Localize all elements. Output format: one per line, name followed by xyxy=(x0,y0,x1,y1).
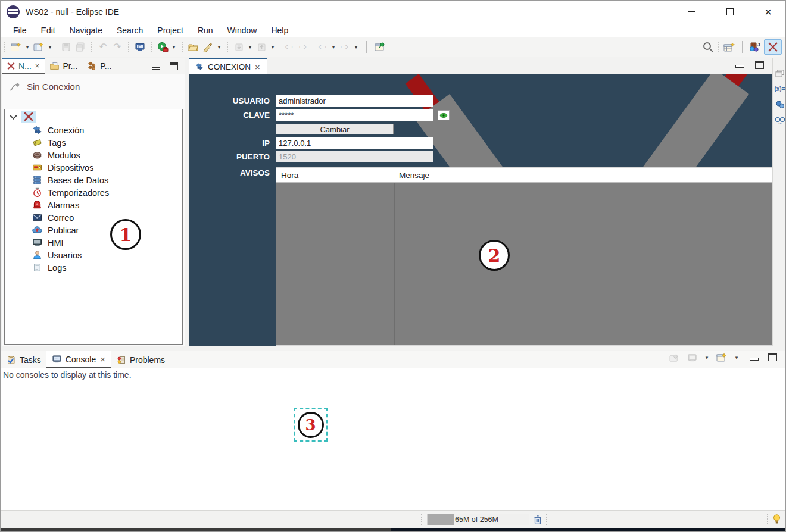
new-wizard-button[interactable] xyxy=(10,40,23,54)
menu-edit[interactable]: Edit xyxy=(35,24,62,36)
menu-project[interactable]: Project xyxy=(151,24,190,36)
java-perspective-button[interactable]: J xyxy=(748,40,762,54)
console-minimize-button[interactable] xyxy=(750,353,759,362)
notifications-button[interactable] xyxy=(773,514,781,524)
next-edit-location-button[interactable]: ⇨ xyxy=(297,40,310,54)
heap-status-widget: 65M of 256M xyxy=(427,514,529,525)
menu-run[interactable]: Run xyxy=(191,24,220,36)
window-close-button[interactable]: × xyxy=(762,5,775,18)
open-console-dropdown[interactable]: ▾ xyxy=(733,351,740,365)
tree-item-bases-de-datos[interactable]: Bases de Datos xyxy=(5,174,182,186)
link-with-editor-button[interactable] xyxy=(373,40,386,54)
console-view-button[interactable] xyxy=(133,40,146,54)
red-x-view-icon xyxy=(7,62,15,70)
tab-navigator[interactable]: N... × xyxy=(2,58,45,74)
tab-problems[interactable]: Problems xyxy=(111,351,170,368)
menu-help[interactable]: Help xyxy=(264,24,295,36)
save-all-button[interactable] xyxy=(74,40,87,54)
breakpoints-icon xyxy=(775,101,785,109)
tab-console[interactable]: Console × xyxy=(46,351,111,368)
run-dropdown[interactable]: ▾ xyxy=(170,40,177,54)
window-maximize-button[interactable] xyxy=(723,5,737,18)
tree-item-conexion[interactable]: Conexión xyxy=(5,124,182,136)
tab-conexion-close-icon[interactable]: × xyxy=(254,62,261,72)
tree-root-selected[interactable] xyxy=(21,111,36,123)
tab-tasks[interactable]: Tasks xyxy=(1,351,46,368)
expressions-view-button[interactable]: x= xyxy=(775,115,785,125)
redo-button[interactable]: ↷ xyxy=(111,40,124,54)
chevron-down-icon[interactable] xyxy=(10,112,17,120)
save-button[interactable] xyxy=(60,40,73,54)
tab-navigator-label: N... xyxy=(18,61,32,71)
variables-view-button[interactable]: (x)= xyxy=(775,85,785,94)
connection-icon xyxy=(32,125,42,135)
open-console-button[interactable] xyxy=(715,351,728,365)
annotation-3-selection[interactable]: 3 xyxy=(294,408,328,442)
forward-dropdown[interactable]: ▾ xyxy=(353,40,360,54)
run-garbage-collector-button[interactable] xyxy=(533,514,542,525)
minimized-views-strip: ··· (x)= x= xyxy=(772,58,786,346)
mark-occurrences-dropdown[interactable]: ▾ xyxy=(216,40,223,54)
window-minimize-button[interactable] xyxy=(685,5,698,18)
tree-item-publicar[interactable]: Publicar xyxy=(5,224,182,236)
import-dropdown[interactable]: ▾ xyxy=(247,40,254,54)
back-dropdown[interactable]: ▾ xyxy=(330,40,337,54)
clave-input[interactable] xyxy=(276,109,433,121)
tab-project-explorer[interactable]: Pr... xyxy=(45,58,82,74)
new-wizard-dropdown[interactable]: ▾ xyxy=(24,40,31,54)
custom-perspective-button[interactable] xyxy=(764,39,782,55)
tree-root-node[interactable] xyxy=(5,109,182,124)
column-mensaje[interactable]: Mensaje xyxy=(394,168,772,182)
editor-minimize-button[interactable] xyxy=(735,61,744,71)
tree-item-logs[interactable]: Logs xyxy=(5,261,182,274)
tree-item-modulos[interactable]: Modulos xyxy=(5,149,182,161)
mark-occurrences-button[interactable] xyxy=(201,40,214,54)
undo-button[interactable]: ↶ xyxy=(96,40,110,54)
new-project-icon xyxy=(33,42,44,52)
menu-navigate[interactable]: Navigate xyxy=(63,24,109,36)
tab-navigator-close-icon[interactable]: × xyxy=(35,61,40,70)
usuario-input[interactable] xyxy=(276,95,433,107)
tree-item-usuarios[interactable]: Usuarios xyxy=(5,249,182,261)
cambiar-button[interactable]: Cambiar xyxy=(276,124,394,134)
tree-item-dispositivos[interactable]: Dispositivos xyxy=(5,161,182,174)
export-button[interactable] xyxy=(255,40,268,54)
explorer-maximize-button[interactable] xyxy=(170,62,178,72)
tab-console-close-icon[interactable]: × xyxy=(99,354,106,364)
console-maximize-button[interactable] xyxy=(768,353,777,363)
pin-editor-icon xyxy=(375,42,385,52)
display-console-button[interactable] xyxy=(685,351,698,365)
display-console-dropdown[interactable]: ▾ xyxy=(703,351,710,365)
explorer-minimize-button[interactable] xyxy=(152,62,160,72)
new-project-dropdown[interactable]: ▾ xyxy=(46,40,54,54)
save-icon xyxy=(61,42,71,52)
tree-item-alarmas[interactable]: Alarmas xyxy=(5,199,182,211)
menu-file[interactable]: File xyxy=(7,24,33,36)
ip-input[interactable] xyxy=(276,137,433,149)
show-password-button[interactable] xyxy=(438,110,450,120)
tree-item-temporizadores[interactable]: Temporizadores xyxy=(5,186,182,199)
tree-item-hmi[interactable]: HMI xyxy=(5,236,182,249)
module-icon xyxy=(32,150,42,160)
tree-item-tags[interactable]: Tags xyxy=(5,136,182,149)
new-project-button[interactable] xyxy=(32,40,45,54)
menu-window[interactable]: Window xyxy=(221,24,264,36)
import-button[interactable] xyxy=(232,40,245,54)
editor-maximize-button[interactable] xyxy=(755,61,764,71)
restore-views-button[interactable] xyxy=(775,69,785,79)
previous-edit-location-button[interactable]: ⇦ xyxy=(282,40,295,54)
open-resource-button[interactable] xyxy=(187,40,200,54)
breakpoints-view-button[interactable] xyxy=(775,100,785,109)
forward-button[interactable]: ⇨ xyxy=(338,40,351,54)
export-dropdown[interactable]: ▾ xyxy=(269,40,276,54)
back-button[interactable]: ⇦ xyxy=(316,40,329,54)
run-button[interactable] xyxy=(156,40,169,54)
menu-search[interactable]: Search xyxy=(110,24,149,36)
tab-conexion[interactable]: CONEXION × xyxy=(189,58,267,74)
search-button[interactable] xyxy=(701,40,715,54)
tab-packages[interactable]: P... xyxy=(82,58,116,74)
pin-console-button[interactable] xyxy=(668,351,681,365)
open-perspective-button[interactable] xyxy=(723,40,736,54)
column-hora[interactable]: Hora xyxy=(276,168,394,182)
tree-item-correo[interactable]: Correo xyxy=(5,211,182,224)
